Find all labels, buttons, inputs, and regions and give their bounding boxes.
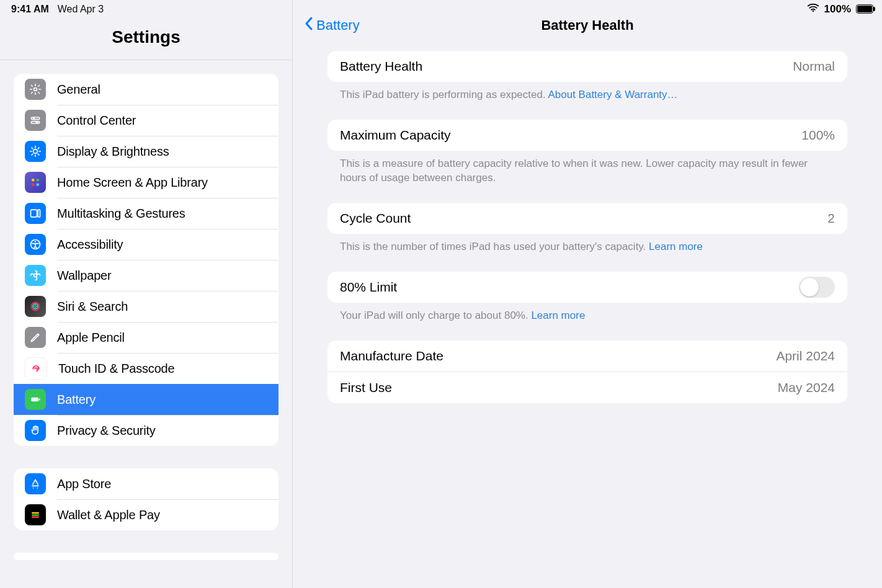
- svg-rect-22: [32, 517, 39, 519]
- footer-max-capacity: This is a measure of battery capacity re…: [327, 151, 847, 203]
- svg-rect-9: [37, 184, 39, 186]
- detail-title: Battery Health: [293, 17, 882, 33]
- app-store-icon: [25, 473, 46, 494]
- sidebar-item-app-store[interactable]: App Store: [14, 468, 278, 499]
- svg-point-17: [34, 305, 36, 307]
- sidebar-item-general[interactable]: General: [14, 74, 278, 105]
- hand-icon: [25, 420, 46, 441]
- row-80-limit: 80% Limit: [327, 272, 847, 303]
- svg-rect-10: [31, 210, 37, 217]
- flower-icon: [25, 265, 46, 286]
- sidebar-item-control-center[interactable]: Control Center: [14, 105, 278, 136]
- detail-body: Battery Health Normal This iPad battery …: [293, 51, 882, 403]
- row-value: Normal: [793, 59, 835, 74]
- footer-80-limit: Your iPad will only charge to about 80%.…: [327, 303, 847, 341]
- sidebar-item-touch-id[interactable]: Touch ID & Passcode: [14, 353, 278, 384]
- sidebar-item-label: Apple Pencil: [57, 331, 125, 345]
- sidebar-item-home-screen[interactable]: Home Screen & App Library: [14, 167, 278, 198]
- card-battery-health: Battery Health Normal: [327, 51, 847, 82]
- footer-text: This iPad battery is performing as expec…: [340, 89, 548, 100]
- gear-icon: [25, 79, 46, 100]
- link-learn-more-limit[interactable]: Learn more: [531, 310, 585, 321]
- svg-rect-19: [39, 398, 40, 400]
- pencil-icon: [25, 327, 46, 348]
- svg-rect-18: [31, 398, 38, 402]
- sun-icon: [25, 141, 46, 162]
- link-about-battery-warranty[interactable]: About Battery & Warranty…: [548, 89, 677, 100]
- svg-rect-6: [32, 179, 34, 181]
- svg-rect-8: [32, 184, 34, 186]
- row-cycle-count[interactable]: Cycle Count 2: [327, 203, 847, 234]
- row-manufacture-date[interactable]: Manufacture Date April 2024: [327, 341, 847, 372]
- sidebar-item-privacy[interactable]: Privacy & Security: [14, 415, 278, 446]
- footer-text: This is a measure of battery capacity re…: [340, 158, 808, 184]
- sidebar-group-peek: [14, 553, 278, 560]
- detail-panel: 100% Battery Battery Health Battery Heal…: [293, 0, 882, 588]
- svg-point-13: [35, 241, 37, 243]
- sidebar-item-label: Home Screen & App Library: [57, 176, 208, 190]
- sidebar-item-label: Wallet & Apple Pay: [57, 508, 160, 522]
- back-label: Battery: [316, 17, 360, 33]
- sidebar-item-accessibility[interactable]: Accessibility: [14, 229, 278, 260]
- row-label: 80% Limit: [340, 280, 397, 295]
- sidebar-item-label: Touch ID & Passcode: [58, 362, 174, 376]
- svg-point-5: [33, 149, 38, 154]
- back-button[interactable]: Battery: [304, 16, 360, 35]
- sidebar-item-label: App Store: [57, 477, 111, 491]
- row-label: First Use: [340, 380, 392, 395]
- row-value: 2: [827, 211, 835, 226]
- card-max-capacity: Maximum Capacity 100%: [327, 120, 847, 151]
- multitask-icon: [25, 203, 46, 224]
- battery-icon: [25, 389, 46, 410]
- link-learn-more-cycle[interactable]: Learn more: [649, 241, 703, 252]
- sliders-icon: [25, 110, 46, 131]
- row-max-capacity[interactable]: Maximum Capacity 100%: [327, 120, 847, 151]
- wallet-icon: [25, 504, 46, 525]
- sidebar-item-apple-pencil[interactable]: Apple Pencil: [14, 322, 278, 353]
- detail-header: Battery Battery Health: [293, 0, 882, 51]
- sidebar-group-main: General Control Center Display & Brightn…: [14, 74, 278, 446]
- chevron-left-icon: [304, 16, 314, 35]
- status-bar: 9:41 AM Wed Apr 3: [0, 0, 292, 19]
- row-label: Maximum Capacity: [340, 128, 451, 143]
- row-value: April 2024: [776, 349, 835, 363]
- sidebar-item-label: Accessibility: [57, 238, 123, 252]
- svg-point-0: [34, 88, 37, 91]
- fingerprint-icon: [25, 357, 47, 380]
- sidebar-item-label: Control Center: [57, 114, 136, 128]
- sidebar-item-label: General: [57, 82, 100, 97]
- accessibility-icon: [25, 234, 46, 255]
- sidebar-item-siri[interactable]: Siri & Search: [14, 291, 278, 322]
- row-label: Manufacture Date: [340, 349, 443, 363]
- sidebar-panel: 9:41 AM Wed Apr 3 Settings General Contr…: [0, 0, 293, 588]
- svg-rect-20: [32, 512, 39, 514]
- svg-point-3: [33, 117, 35, 119]
- sidebar-item-display[interactable]: Display & Brightness: [14, 136, 278, 167]
- row-label: Battery Health: [340, 59, 422, 74]
- sidebar-item-label: Battery: [57, 393, 96, 407]
- sidebar-item-battery[interactable]: Battery: [14, 384, 278, 415]
- sidebar-item-wallpaper[interactable]: Wallpaper: [14, 260, 278, 291]
- sidebar-item-multitasking[interactable]: Multitasking & Gestures: [14, 198, 278, 229]
- sidebar-item-label: Multitasking & Gestures: [57, 207, 185, 221]
- svg-rect-2: [31, 122, 39, 123]
- row-battery-health[interactable]: Battery Health Normal: [327, 51, 847, 82]
- card-dates: Manufacture Date April 2024 First Use Ma…: [327, 341, 847, 403]
- footer-cycle-count: This is the number of times iPad has use…: [327, 234, 847, 272]
- sidebar-group-store: App Store Wallet & Apple Pay: [14, 468, 278, 530]
- svg-rect-7: [37, 179, 39, 181]
- grid-icon: [25, 172, 46, 193]
- sidebar-item-label: Display & Brightness: [57, 145, 169, 159]
- status-time: 9:41 AM: [11, 4, 49, 15]
- svg-point-16: [33, 304, 38, 309]
- sidebar-item-wallet[interactable]: Wallet & Apple Pay: [14, 499, 278, 530]
- status-date: Wed Apr 3: [58, 4, 104, 15]
- sidebar-title: Settings: [0, 19, 292, 60]
- card-cycle-count: Cycle Count 2: [327, 203, 847, 234]
- row-first-use[interactable]: First Use May 2024: [327, 372, 847, 403]
- toggle-80-limit[interactable]: [799, 277, 835, 298]
- row-value: May 2024: [778, 380, 835, 395]
- svg-point-4: [36, 122, 38, 123]
- sidebar-scroll: General Control Center Display & Brightn…: [0, 60, 292, 588]
- sidebar-item-label: Privacy & Security: [57, 424, 156, 438]
